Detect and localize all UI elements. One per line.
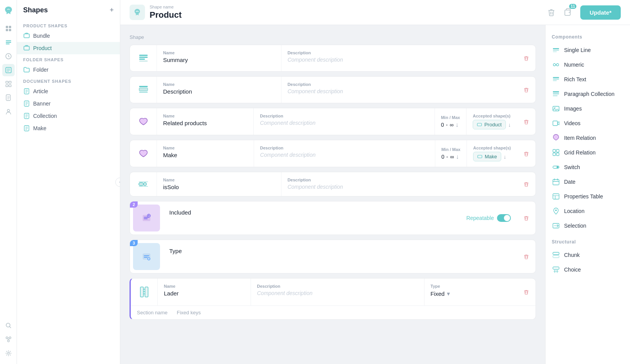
svg-point-19 [7, 352, 9, 354]
lader-type-dropdown[interactable]: ▾ [447, 290, 450, 297]
sidebar-item-product[interactable]: Product [17, 42, 120, 54]
issolo-delete-button[interactable] [517, 172, 536, 196]
nav-catalogue[interactable] [2, 64, 15, 76]
nav-shapes[interactable] [2, 36, 15, 49]
sidebar-item-collection[interactable]: Collection [17, 110, 120, 122]
nav-integrations[interactable] [2, 333, 15, 346]
nav-dashboard[interactable] [2, 22, 15, 35]
make-accepted-label: Accepted shape(s) [473, 146, 511, 150]
component-chunk[interactable]: Chunk [546, 248, 630, 262]
nav-search[interactable] [2, 319, 15, 332]
related-accepted-field: Accepted shape(s) Product ↓ [467, 108, 517, 135]
type-delete-button[interactable] [517, 240, 536, 273]
related-products-icon [138, 116, 149, 127]
update-button[interactable]: Update* [580, 5, 621, 20]
nav-orders[interactable] [2, 50, 15, 62]
svg-point-18 [7, 340, 9, 342]
lader-delete-button[interactable] [517, 278, 536, 305]
related-delete-button[interactable] [517, 108, 536, 135]
lader-desc-field: Description Component description [251, 278, 424, 305]
topbar-left: Shape name Product [130, 5, 182, 20]
topbar: Shape name Product 11 Update* [120, 0, 630, 25]
component-single-line[interactable]: Single Line [546, 43, 630, 57]
component-grid-relation[interactable]: Grid Relation [546, 145, 630, 160]
sidebar-item-make[interactable]: Make [17, 122, 120, 134]
svg-rect-45 [145, 287, 148, 297]
sidebar-item-folder-label: Folder [33, 67, 49, 73]
component-choice[interactable]: Choice [546, 262, 630, 277]
sidebar-item-product-label: Product [33, 45, 52, 51]
icon-bar [0, 0, 17, 364]
description-delete-button[interactable] [517, 77, 536, 103]
nav-grid[interactable] [2, 78, 15, 90]
component-switch[interactable]: Switch [546, 160, 630, 174]
delete-shape-button[interactable] [547, 8, 556, 17]
component-properties-table[interactable]: Properties Table [546, 189, 630, 204]
component-videos[interactable]: Videos [546, 116, 630, 131]
component-item-relation[interactable]: Item Relation [546, 131, 630, 145]
description-card: Name Description Description Component d… [130, 76, 536, 103]
description-icon [138, 84, 149, 95]
make-name-value: Make [163, 152, 248, 158]
copies-button[interactable]: 11 [562, 6, 574, 18]
make-max: ∞ [450, 154, 454, 160]
svg-point-68 [555, 210, 557, 211]
sidebar-collapse-button[interactable]: ‹ [115, 178, 120, 187]
component-numeric[interactable]: Numeric [546, 57, 630, 72]
videos-label: Videos [564, 120, 581, 126]
lader-bottom-row: Section name Fixed keys [131, 305, 536, 319]
make-delete-button[interactable] [517, 140, 536, 167]
component-rich-text[interactable]: Rich Text [546, 72, 630, 87]
make-sort-down[interactable]: ↓ [456, 153, 459, 160]
svg-rect-63 [556, 153, 559, 156]
lader-type-field: Type Fixed ▾ [424, 278, 517, 305]
copies-badge: 11 [569, 4, 576, 9]
nav-users[interactable] [2, 106, 15, 118]
component-selection[interactable]: Selection [546, 218, 630, 233]
component-paragraph-collection[interactable]: Paragraph Collection [546, 87, 630, 101]
summary-delete-button[interactable] [517, 45, 536, 71]
summary-desc-label: Description [288, 50, 511, 55]
switch-icon [552, 163, 560, 171]
included-icon-col [133, 205, 160, 231]
nav-docs[interactable] [2, 92, 15, 104]
related-max: ∞ [450, 122, 453, 128]
component-date[interactable]: Date [546, 174, 630, 189]
sidebar-item-article[interactable]: Article [17, 85, 120, 97]
accepted-chip-label: Product [484, 122, 502, 127]
nav-settings[interactable] [2, 347, 15, 359]
lader-type-label: Type [431, 284, 511, 289]
included-delete-button[interactable] [517, 201, 536, 235]
svg-point-14 [7, 109, 10, 112]
make-icon-col [130, 140, 157, 167]
related-accepted-down[interactable]: ↓ [508, 122, 511, 128]
make-desc-label: Description [260, 146, 429, 150]
sidebar-item-bundle[interactable]: Bundle [17, 30, 120, 42]
add-shape-button[interactable]: + [109, 6, 114, 14]
lader-card: Name Lader Description Component descrip… [130, 278, 536, 320]
lader-desc-placeholder: Component description [257, 290, 418, 296]
component-location[interactable]: Location [546, 204, 630, 218]
description-icon-col [130, 77, 157, 103]
make-accepted-down[interactable]: ↓ [504, 154, 506, 160]
related-name-label: Name [163, 114, 247, 118]
content-area: Shape Name Summary [120, 25, 630, 364]
issolo-icon-col [130, 172, 157, 196]
app-logo [3, 5, 14, 16]
svg-rect-29 [139, 59, 145, 60]
sidebar-item-banner[interactable]: Banner [17, 97, 120, 110]
related-desc-field: Description Component description [254, 108, 435, 135]
single-line-icon [552, 46, 560, 54]
sidebar-item-collection-label: Collection [33, 113, 57, 119]
lader-section-name-label: Section name [137, 310, 168, 315]
sidebar-item-folder[interactable]: Folder [17, 64, 120, 76]
lader-name-value: Lader [164, 290, 244, 297]
component-images[interactable]: Images [546, 101, 630, 116]
repeatable-label: Repeatable [466, 215, 494, 221]
location-icon [552, 207, 560, 215]
repeatable-toggle[interactable] [497, 214, 511, 222]
topbar-shape-icon [130, 5, 145, 20]
svg-rect-26 [565, 10, 570, 15]
related-sort-down[interactable]: ↓ [455, 121, 458, 128]
location-label: Location [564, 208, 585, 214]
